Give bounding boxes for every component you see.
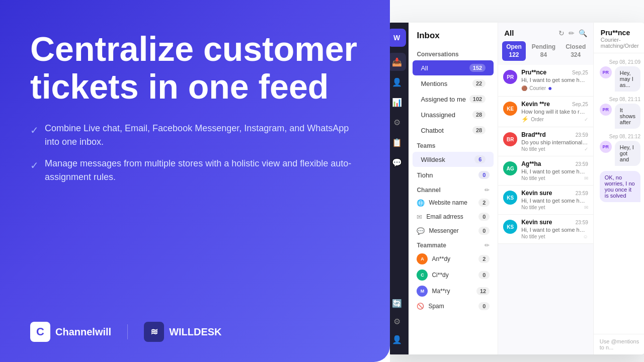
teammate-item-mary[interactable]: M Ma**ry 12 bbox=[409, 283, 498, 299]
sidebar-icon-settings[interactable]: ⚙ bbox=[390, 113, 406, 131]
nav-item-chatbot[interactable]: Chatbot 28 bbox=[413, 123, 494, 138]
spam-icon: 🚫 bbox=[417, 303, 424, 310]
teammate-item-andy[interactable]: A An**dy 2 bbox=[409, 251, 498, 267]
edit-icon[interactable]: ✏ bbox=[569, 29, 575, 37]
nav-badge-unassigned: 28 bbox=[472, 111, 486, 119]
team-badge-willdesk: 6 bbox=[474, 155, 486, 163]
filter-tab-open[interactable]: Open 122 bbox=[502, 41, 526, 61]
sidebar-icon-chat[interactable]: 💬 bbox=[390, 153, 406, 171]
nav-item-all[interactable]: All 152 bbox=[413, 60, 494, 75]
channel-item-email[interactable]: ✉ Email adrress 0 bbox=[409, 210, 498, 224]
conv-avatar-0: PR bbox=[503, 70, 517, 84]
channelwill-logo: C Channelwill bbox=[30, 322, 111, 342]
sidebar-icon-refresh[interactable]: 🔄 bbox=[390, 294, 406, 312]
msg-date-2: Sep 08, 21:12 bbox=[600, 134, 640, 139]
feature-item-1: ✓ Combine Live chat, Email, Facebook Mes… bbox=[30, 122, 360, 149]
envelope-icon-4: ✉ bbox=[584, 205, 588, 210]
teammate-edit-icon[interactable]: ✏ bbox=[485, 242, 490, 249]
check-icon-1: ✓ bbox=[30, 123, 39, 138]
conversations-header-title: All bbox=[504, 29, 514, 37]
conv-avatar-3: AG bbox=[503, 161, 517, 175]
filter-tabs: Open 122 Pending 84 Closed 324 bbox=[498, 41, 593, 65]
teammate-avatar-cidy: C bbox=[417, 269, 428, 281]
conv-avatar-5: KS bbox=[503, 220, 517, 234]
conversations-header-actions: ↻ ✏ 🔍 bbox=[558, 29, 587, 37]
hero-title: Centralize customer tickets in one feed bbox=[30, 30, 360, 106]
conv-meta-5: No title yet ☺ bbox=[521, 234, 588, 239]
lightning-icon-1: ⚡ bbox=[521, 116, 529, 123]
msg-bubble-2: Hey, I got and bbox=[615, 141, 640, 166]
conv-item-2[interactable]: BR Brad**rd 23:59 Do you ship internatio… bbox=[498, 127, 593, 156]
teammate-avatar-andy: A bbox=[417, 253, 428, 264]
msg-date-0: Sep 08, 21:09 bbox=[600, 59, 640, 65]
channel-badge-website: 2 bbox=[478, 199, 490, 207]
chat-messages: Sep 08, 21:09 PR Hey, may I as... Sep 08… bbox=[594, 53, 644, 334]
conv-avatar-1: KE bbox=[503, 102, 517, 116]
nav-item-unassigned[interactable]: Unassigned 28 bbox=[413, 107, 494, 122]
msg-bubble-3: OK, no worries, I no you once it is solv… bbox=[600, 171, 640, 202]
nav-badge-assigned: 102 bbox=[469, 95, 486, 103]
msg-row-2: Sep 08, 21:12 PR Hey, I got and bbox=[600, 134, 640, 166]
channel-edit-icon[interactable]: ✏ bbox=[485, 187, 490, 194]
chat-panel: Pru**nce Courier-matching/Order Sep 08, … bbox=[594, 23, 644, 354]
filter-tab-pending[interactable]: Pending 84 bbox=[528, 41, 559, 61]
conv-content-5: Kevin sure 23:59 Hi, I want to get some … bbox=[521, 219, 588, 239]
willdesk-label: WILLDESK bbox=[169, 326, 221, 338]
conv-content-2: Brad**rd 23:59 Do you ship international… bbox=[521, 131, 588, 152]
check-icon-conv-1: ✓ bbox=[584, 117, 588, 122]
website-icon: 🌐 bbox=[417, 199, 425, 207]
channelwill-label: Channelwill bbox=[55, 326, 111, 338]
chat-subtitle: Courier-matching/Order bbox=[601, 37, 639, 49]
sidebar-icon-reports[interactable]: 📊 bbox=[390, 93, 406, 111]
hero-section: Centralize customer tickets in one feed … bbox=[0, 0, 390, 362]
channel-badge-email: 0 bbox=[478, 213, 490, 221]
msg-avatar-0: PR bbox=[600, 66, 612, 78]
sidebar-icon-avatar[interactable]: 👤 bbox=[390, 330, 406, 348]
conv-item-3[interactable]: AG Ag**ha 23:59 Hi, I want to get some h… bbox=[498, 156, 593, 186]
courier-icon: 🟤 bbox=[521, 85, 527, 91]
willdesk-icon: ≋ bbox=[144, 322, 164, 342]
sidebar-icon-gear[interactable]: ⚙ bbox=[390, 312, 406, 330]
channelwill-icon: C bbox=[30, 322, 50, 342]
refresh-icon[interactable]: ↻ bbox=[558, 29, 565, 37]
conv-content-4: Kevin sure 23:59 Hi, I want to get some … bbox=[521, 190, 588, 210]
nav-item-assigned[interactable]: Assigned to me 102 bbox=[413, 92, 494, 107]
conv-content-1: Kevin **re Sep,25 How long will it take … bbox=[521, 101, 588, 123]
spam-badge: 0 bbox=[478, 302, 490, 310]
conv-item-1[interactable]: KE Kevin **re Sep,25 How long will it ta… bbox=[498, 97, 593, 127]
sidebar-icon-docs[interactable]: 📋 bbox=[390, 133, 406, 151]
conv-item-5[interactable]: KS Kevin sure 23:59 Hi, I want to get so… bbox=[498, 215, 593, 244]
channel-item-website[interactable]: 🌐 Website name 2 bbox=[409, 196, 498, 210]
chat-name: Pru**nce bbox=[601, 29, 639, 37]
team-item-tiohn[interactable]: Tiohn 0 bbox=[409, 167, 498, 183]
sidebar-icons: W 📥 👤 📊 ⚙ 📋 💬 🔄 ⚙ 👤 bbox=[390, 23, 409, 354]
teammate-section-label: Teammate bbox=[417, 242, 446, 249]
msg-bubble-0: Hey, may I as... bbox=[615, 66, 640, 92]
channel-item-messenger[interactable]: 💬 Messenger 0 bbox=[409, 224, 498, 238]
logo-divider bbox=[127, 324, 128, 339]
chat-input-area[interactable]: Use @mentions to n... bbox=[594, 334, 644, 354]
nav-badge-mentions: 22 bbox=[472, 79, 486, 87]
conv-item-4[interactable]: KS Kevin sure 23:59 Hi, I want to get so… bbox=[498, 186, 593, 215]
search-icon[interactable]: 🔍 bbox=[579, 29, 587, 37]
messenger-icon: 💬 bbox=[417, 227, 425, 235]
team-item-willdesk[interactable]: Willdesk 6 bbox=[413, 152, 494, 167]
channel-header: Channel ✏ bbox=[409, 183, 498, 196]
msg-date-1: Sep 08, 21:11 bbox=[600, 97, 640, 102]
blue-dot-0: ● bbox=[548, 84, 552, 92]
channel-section-label: Channel bbox=[417, 187, 440, 194]
filter-tab-closed[interactable]: Closed 324 bbox=[561, 41, 590, 61]
msg-avatar-2: PR bbox=[600, 141, 612, 153]
feature-item-2: ✓ Manage messages from multiple stores w… bbox=[30, 157, 360, 184]
nav-badge-chatbot: 28 bbox=[472, 126, 486, 134]
conv-item-0[interactable]: PR Pru**nce Sep,25 Hi, I want to get som… bbox=[498, 65, 593, 97]
nav-item-mentions[interactable]: Mentions 22 bbox=[413, 76, 494, 91]
spam-item[interactable]: 🚫 Spam 0 bbox=[409, 299, 498, 313]
willdesk-logo: ≋ WILLDESK bbox=[144, 322, 221, 342]
sidebar-icon-contacts[interactable]: 👤 bbox=[390, 73, 406, 91]
teammate-item-cidy[interactable]: C Ci**dy 0 bbox=[409, 267, 498, 283]
hero-features-list: ✓ Combine Live chat, Email, Facebook Mes… bbox=[30, 122, 360, 184]
conv-meta-0: 🟤 Courier ● bbox=[521, 84, 588, 92]
sidebar-icon-inbox[interactable]: 📥 bbox=[390, 53, 406, 71]
hero-logos: C Channelwill ≋ WILLDESK bbox=[30, 322, 360, 342]
